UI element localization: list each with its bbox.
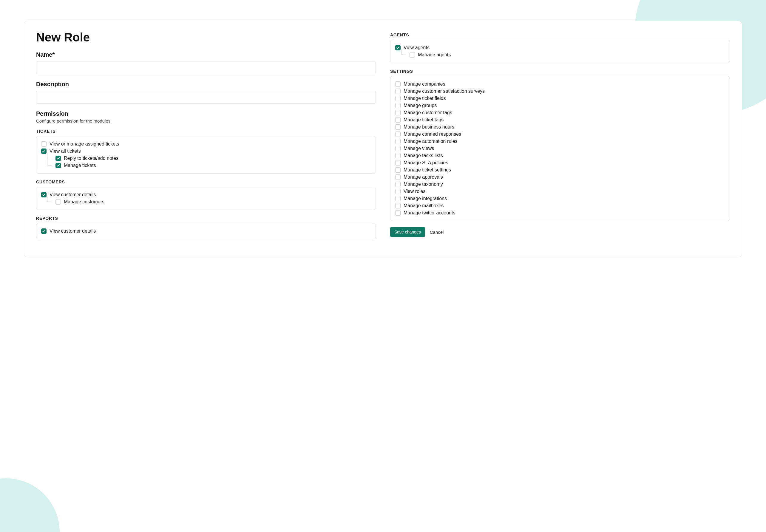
permission-checkbox[interactable] [395, 160, 401, 166]
permission-row: Manage customers [41, 198, 371, 205]
permission-checkbox[interactable] [395, 89, 401, 94]
role-form-card: New Role Name* Description Permission Co… [24, 21, 742, 257]
permission-row: Manage tickets [41, 162, 371, 169]
page-title: New Role [36, 31, 376, 44]
permission-label: View all tickets [50, 149, 81, 154]
permission-row: View agents [395, 44, 725, 51]
permission-row: View all tickets [41, 148, 371, 155]
permission-checkbox[interactable] [395, 103, 401, 108]
permission-checkbox[interactable] [41, 149, 47, 154]
permission-row: Manage companies [395, 81, 725, 88]
permission-row: Manage business hours [395, 123, 725, 131]
permission-label: Manage canned responses [404, 132, 461, 137]
tickets-box: View or manage assigned ticketsView all … [36, 136, 376, 174]
permission-row: Manage agents [395, 51, 725, 58]
name-field: Name* [36, 51, 376, 74]
agents-box: View agentsManage agents [390, 40, 730, 63]
permission-checkbox[interactable] [395, 117, 401, 123]
permission-checkbox[interactable] [41, 228, 47, 234]
permission-checkbox[interactable] [395, 167, 401, 173]
permission-label: View customer details [50, 228, 96, 234]
permission-label: Manage customer satisfaction surveys [404, 89, 485, 94]
description-field: Description [36, 81, 376, 104]
permission-label: Manage automation rules [404, 139, 458, 144]
permission-checkbox[interactable] [395, 203, 401, 208]
permission-row: Manage taxonomy [395, 181, 725, 188]
permission-checkbox[interactable] [395, 196, 401, 201]
permission-row: Reply to tickets/add notes [41, 155, 371, 162]
permission-row: Manage ticket tags [395, 116, 725, 123]
permission-row: Manage customer tags [395, 109, 725, 116]
permission-checkbox[interactable] [395, 96, 401, 101]
permission-label: Manage business hours [404, 124, 454, 130]
decorative-circle-bottom [0, 478, 60, 532]
permission-label: Manage agents [418, 52, 451, 58]
description-input[interactable] [36, 91, 376, 104]
permission-checkbox[interactable] [395, 139, 401, 144]
permission-row: View or manage assigned tickets [41, 140, 371, 148]
permission-checkbox[interactable] [395, 45, 401, 50]
permission-label: Manage taxonomy [404, 182, 443, 187]
permission-row: Manage automation rules [395, 138, 725, 145]
permission-label: Manage companies [404, 81, 445, 87]
permission-label: Manage customer tags [404, 110, 452, 115]
permission-row: Manage groups [395, 102, 725, 109]
permission-row: Manage customer satisfaction surveys [395, 88, 725, 95]
description-label: Description [36, 81, 376, 88]
permission-row: Manage mailboxes [395, 202, 725, 209]
permission-label: Manage views [404, 146, 434, 151]
permission-label: Reply to tickets/add notes [64, 156, 118, 161]
reports-box: View customer details [36, 223, 376, 239]
permission-checkbox[interactable] [55, 163, 61, 168]
right-column: AGENTS View agentsManage agents SETTINGS… [390, 31, 730, 245]
permission-label: Manage ticket fields [404, 96, 446, 101]
form-actions: Save changes Cancel [390, 227, 730, 237]
permission-row: Manage canned responses [395, 131, 725, 138]
permission-label: View agents [404, 45, 430, 50]
permission-checkbox[interactable] [55, 156, 61, 161]
permission-label: View or manage assigned tickets [50, 141, 119, 147]
permission-label: Manage integrations [404, 196, 447, 201]
permission-checkbox[interactable] [395, 189, 401, 194]
permission-label: Manage customers [64, 199, 104, 205]
permission-checkbox[interactable] [395, 153, 401, 158]
permission-checkbox[interactable] [395, 182, 401, 187]
left-column: New Role Name* Description Permission Co… [36, 31, 376, 245]
permission-row: View customer details [41, 191, 371, 198]
permission-label: Manage SLA policies [404, 160, 448, 166]
permission-row: Manage views [395, 145, 725, 152]
permission-checkbox[interactable] [395, 124, 401, 130]
permission-checkbox[interactable] [41, 141, 47, 147]
permission-checkbox[interactable] [395, 132, 401, 137]
permission-checkbox[interactable] [395, 81, 401, 87]
permission-label: View roles [404, 189, 426, 194]
permission-label: Manage approvals [404, 174, 443, 180]
permission-row: Manage twitter accounts [395, 209, 725, 216]
permission-title: Permission [36, 110, 376, 117]
permission-checkbox[interactable] [395, 210, 401, 216]
permission-row: View roles [395, 188, 725, 195]
permission-checkbox[interactable] [41, 192, 47, 197]
permission-row: Manage SLA policies [395, 159, 725, 166]
reports-heading: REPORTS [36, 216, 376, 221]
name-label: Name* [36, 51, 376, 58]
customers-box: View customer detailsManage customers [36, 187, 376, 210]
permission-label: Manage twitter accounts [404, 210, 455, 216]
permission-checkbox[interactable] [395, 174, 401, 180]
permission-label: Manage ticket settings [404, 167, 451, 173]
cancel-button[interactable]: Cancel [430, 230, 444, 235]
agents-heading: AGENTS [390, 33, 730, 37]
permission-checkbox[interactable] [410, 52, 415, 58]
name-input[interactable] [36, 61, 376, 74]
tickets-heading: TICKETS [36, 129, 376, 134]
settings-box: Manage companiesManage customer satisfac… [390, 76, 730, 221]
permission-row: Manage ticket settings [395, 166, 725, 174]
permission-checkbox[interactable] [395, 110, 401, 115]
permission-row: Manage approvals [395, 174, 725, 181]
permission-label: View customer details [50, 192, 96, 197]
permission-checkbox[interactable] [55, 199, 61, 205]
save-button[interactable]: Save changes [390, 227, 425, 237]
settings-heading: SETTINGS [390, 69, 730, 74]
customers-heading: CUSTOMERS [36, 180, 376, 184]
permission-checkbox[interactable] [395, 146, 401, 151]
